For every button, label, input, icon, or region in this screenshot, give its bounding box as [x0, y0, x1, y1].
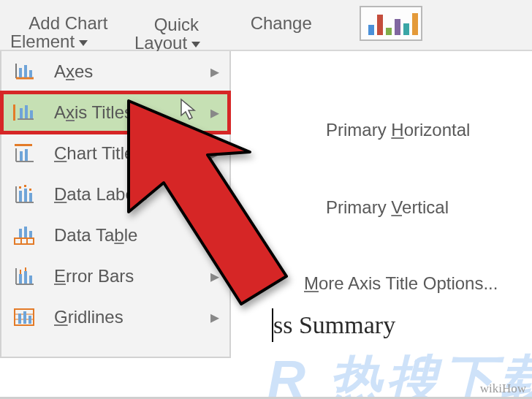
svg-rect-19	[29, 189, 31, 191]
menu-item-label: Axes	[54, 61, 93, 82]
change-colors-button[interactable]: Change	[231, 0, 312, 51]
svg-rect-41	[28, 316, 31, 324]
submenu-item-primary-horizontal[interactable]: Primary Horizontal	[326, 113, 470, 148]
svg-rect-24	[24, 227, 27, 238]
svg-rect-3	[24, 65, 27, 77]
chevron-right-icon: ▸	[210, 61, 219, 82]
submenu-item-primary-vertical[interactable]: Primary Vertical	[326, 190, 449, 225]
chart-style-thumbnail[interactable]	[360, 6, 422, 41]
svg-rect-7	[20, 108, 23, 118]
axes-icon	[12, 61, 37, 83]
svg-rect-8	[25, 105, 28, 118]
ribbon: Add Chart Element Quick Layout Change	[0, 0, 532, 51]
svg-rect-17	[19, 186, 21, 189]
svg-rect-21	[24, 189, 27, 202]
svg-rect-2	[19, 68, 22, 77]
svg-rect-13	[20, 151, 23, 161]
svg-rect-25	[29, 231, 32, 238]
data-labels-icon	[12, 183, 37, 205]
svg-rect-33	[29, 276, 32, 284]
svg-rect-20	[19, 191, 22, 202]
chart-title-icon	[12, 142, 37, 164]
instruction-arrow-icon	[114, 88, 333, 322]
gridlines-icon	[12, 306, 37, 328]
change-colors-label: Change	[251, 13, 312, 33]
chevron-down-icon	[191, 42, 200, 48]
watermark-wikihow: wikiHow	[480, 381, 526, 396]
svg-rect-4	[29, 70, 32, 77]
svg-rect-5	[13, 104, 15, 121]
add-chart-element-label: Add Chart Element	[10, 13, 107, 51]
quick-layout-label: Quick Layout	[134, 15, 199, 53]
svg-rect-14	[25, 149, 28, 161]
svg-rect-18	[24, 185, 26, 187]
svg-rect-31	[19, 274, 22, 284]
svg-rect-10	[15, 144, 32, 146]
svg-rect-22	[29, 193, 32, 202]
error-bars-icon	[12, 265, 37, 287]
svg-rect-32	[24, 271, 27, 284]
svg-rect-26	[15, 238, 34, 244]
svg-rect-40	[23, 311, 26, 324]
menu-item-label: Gridlines	[54, 307, 123, 327]
svg-rect-23	[19, 229, 22, 238]
svg-rect-39	[18, 314, 21, 324]
chevron-down-icon	[79, 40, 88, 46]
data-table-icon	[12, 224, 37, 246]
axis-titles-icon	[12, 102, 37, 123]
svg-rect-9	[30, 110, 33, 118]
menu-item-axes[interactable]: Axes ▸	[1, 51, 229, 92]
